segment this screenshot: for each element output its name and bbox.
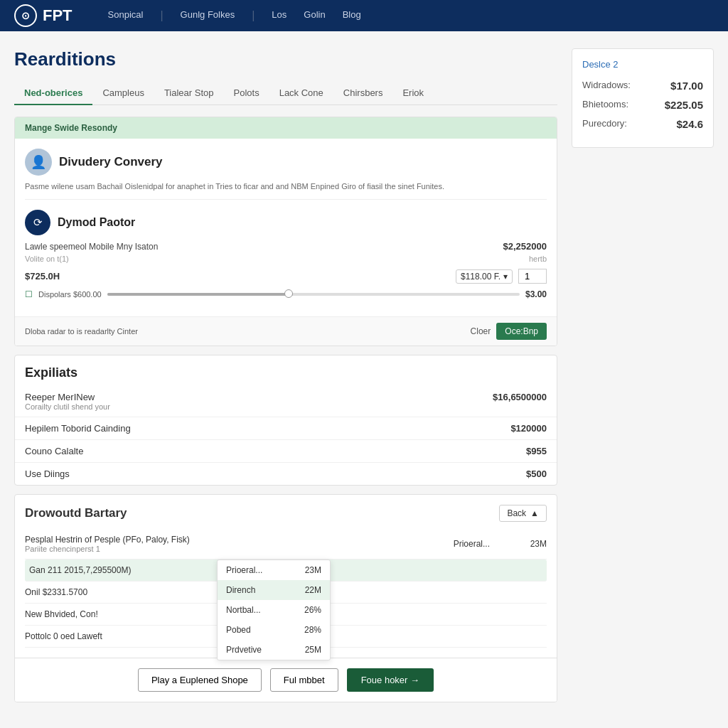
tab-campleus[interactable]: Campleus — [92, 82, 154, 105]
popup-item-value-4: 25M — [305, 645, 321, 655]
sidebar-section: Deslce 2 Widradows: $17.00 Bhietooms: $2… — [572, 48, 714, 148]
dropdown-row-name-4: Pottolc 0 oed Laweft — [25, 631, 102, 641]
dropdown-row-0: Pesplal Hestrin of Pesple (PFo, Paloy, F… — [25, 529, 547, 560]
dropdown-row-name-3: New Bhvided, Con! — [25, 609, 98, 619]
nav-link-sonpical[interactable]: Sonpical — [108, 9, 144, 22]
popup-item-label-3: Pobed — [226, 625, 251, 635]
popup-item-0[interactable]: Prioeral... 23M — [218, 560, 330, 580]
tab-chirsbers[interactable]: Chirsbers — [333, 82, 393, 105]
product-sub-right: hertb — [529, 255, 547, 263]
tab-tialear-stop[interactable]: Tialear Stop — [154, 82, 224, 105]
tab-eriok[interactable]: Eriok — [392, 82, 434, 105]
dropdown-row-sub-0: Pariite chencinperst 1 — [25, 545, 190, 553]
popup-item-3[interactable]: Pobed 28% — [218, 620, 330, 640]
popup-item-value-1: 22M — [305, 585, 321, 595]
product-meta-value: $2,252000 — [503, 241, 547, 252]
quantity-input[interactable] — [518, 269, 547, 284]
dropdown-control-label: Back — [507, 508, 526, 518]
dropdown-title: Drowoutd Bartary — [25, 506, 127, 520]
sidebar-label-2: Purecdory: — [582, 118, 627, 130]
popup-item-label-1: Dirench — [226, 585, 255, 595]
nav-link-golin[interactable]: Golin — [304, 9, 325, 22]
sidebar-value-1: $225.05 — [665, 99, 703, 111]
page-title: Rearditions — [14, 48, 557, 70]
product-icon: ⟳ — [25, 210, 50, 235]
sidebar-value-2: $24.6 — [676, 118, 703, 130]
sidebar-label-0: Widradows: — [582, 80, 631, 92]
btn-ful[interactable]: Ful mbbet — [270, 668, 338, 692]
line-item-value-2: $955 — [526, 446, 547, 456]
btn-foue[interactable]: Foue hoker → — [347, 668, 434, 692]
clear-button[interactable]: Cloer — [471, 326, 491, 336]
sidebar-row-2: Purecdory: $24.6 — [582, 118, 703, 130]
dropdown-section: Drowoutd Bartary Back ▲ Pesplal Hestrin … — [15, 495, 557, 658]
slider-value: $3.00 — [525, 289, 547, 299]
slider-thumb — [284, 289, 293, 298]
product-meta-row: Lawle speemeol Mobile Mny Isaton $2,2520… — [25, 241, 547, 252]
popup-area: Gan 211 2015,7,295500M) Prioeral... 23M … — [25, 560, 547, 582]
action-button[interactable]: Oce:Bnp — [496, 323, 547, 340]
card-body: 👤 Divudery Convery Pasme wilene usam Bac… — [15, 139, 557, 316]
chevron-up-icon: ▲ — [530, 508, 539, 518]
price-left: $725.0H — [25, 271, 60, 282]
nav-links: Sonpical | Gunlg Folkes | Los Golin Blog — [108, 9, 361, 22]
dropdown-control[interactable]: Back ▲ — [499, 505, 547, 522]
dropdown-col1-0: Prioeral... — [447, 539, 490, 549]
expiliats-title: Expiliats — [15, 355, 557, 386]
sidebar: Deslce 2 Widradows: $17.00 Bhietooms: $2… — [572, 48, 714, 711]
tab-polots[interactable]: Polots — [224, 82, 269, 105]
tab-ned-oberices[interactable]: Ned-oberices — [14, 82, 92, 105]
tab-lack-cone[interactable]: Lack Cone — [269, 82, 333, 105]
notice-actions: Cloer Oce:Bnp — [471, 323, 547, 340]
main-card: Mange Swide Resondy 👤 Divudery Convery P… — [14, 117, 557, 346]
bottom-bar: Play a Euplened Shope Ful mbbet Foue hok… — [15, 658, 557, 702]
provider-name: Divudery Convery — [59, 155, 163, 169]
line-item-3: Use Diings $500 — [15, 463, 557, 485]
line-item-name-1: Hepilem Toborid Cainding — [25, 423, 131, 434]
logo-icon: ⊙ — [14, 4, 37, 27]
nav-link-los[interactable]: Los — [272, 9, 287, 22]
popup-dropdown: Prioeral... 23M Dirench 22M Nortbal... 2… — [217, 560, 331, 660]
dropdown-card: Drowoutd Bartary Back ▲ Pesplal Hestrin … — [14, 494, 557, 702]
popup-item-value-2: 26% — [304, 605, 321, 615]
price-qty-row: $725.0H $118.00 F. ▾ — [25, 269, 547, 284]
sidebar-link[interactable]: Deslce 2 — [582, 59, 703, 70]
btn-play[interactable]: Play a Euplened Shope — [138, 668, 262, 692]
expiliats-card: Expiliats Reeper MerINew Corailty clutil… — [14, 355, 557, 486]
chevron-down-icon: ▾ — [503, 272, 508, 282]
slider-row: ☐ Dispolars $600.00 $3.00 — [25, 289, 547, 299]
slider-fill — [107, 293, 293, 296]
provider-avatar: 👤 — [25, 149, 52, 176]
nav-link-blog[interactable]: Blog — [343, 9, 361, 22]
slider-track[interactable] — [107, 293, 520, 296]
line-item-name-2: Couno Calalte — [25, 446, 83, 456]
dropdown-row-name-0: Pesplal Hestrin of Pesple (PFo, Paloy, F… — [25, 535, 190, 545]
line-item-sub-0: Corailty clutil shend your — [25, 402, 110, 411]
banner: Mange Swide Resondy — [15, 117, 557, 139]
line-item-value-0: $16,6500000 — [493, 392, 547, 402]
popup-item-value-0: 23M — [305, 565, 321, 575]
line-item-value-3: $500 — [526, 469, 547, 479]
slider-label: Dispolars $600.00 — [38, 290, 102, 299]
popup-item-label-2: Nortbal... — [226, 605, 261, 615]
popup-item-label-0: Prioeral... — [226, 565, 262, 575]
main-content: Rearditions Ned-oberices Campleus Tialea… — [14, 48, 557, 711]
dropdown-row-name-1: Gan 211 2015,7,295500M) — [29, 565, 131, 575]
notice-text: Dloba radar to is readarlty Cinter — [25, 327, 138, 336]
product-meta-label: Lawle speemeol Mobile Mny Isaton — [25, 242, 158, 252]
line-item-value-1: $120000 — [510, 423, 547, 434]
price-select[interactable]: $118.00 F. ▾ — [456, 269, 513, 284]
line-item-1: Hepilem Toborid Cainding $120000 — [15, 417, 557, 440]
tabs-bar: Ned-oberices Campleus Tialear Stop Polot… — [14, 82, 557, 105]
line-item-name-0: Reeper MerINew — [25, 392, 110, 402]
popup-item-2[interactable]: Nortbal... 26% — [218, 600, 330, 620]
nav-separator-2: | — [252, 9, 255, 22]
logo-text: FPT — [43, 6, 73, 25]
top-nav: ⊙ FPT Sonpical | Gunlg Folkes | Los Goli… — [0, 0, 728, 31]
nav-link-gunlg[interactable]: Gunlg Folkes — [181, 9, 235, 22]
sidebar-label-1: Bhietooms: — [582, 99, 628, 111]
product-row: ⟳ Dymod Paotor — [25, 210, 547, 235]
dropdown-col2-0: 23M — [504, 539, 547, 549]
popup-item-1[interactable]: Dirench 22M — [218, 580, 330, 600]
popup-item-4[interactable]: Prdvetive 25M — [218, 640, 330, 660]
